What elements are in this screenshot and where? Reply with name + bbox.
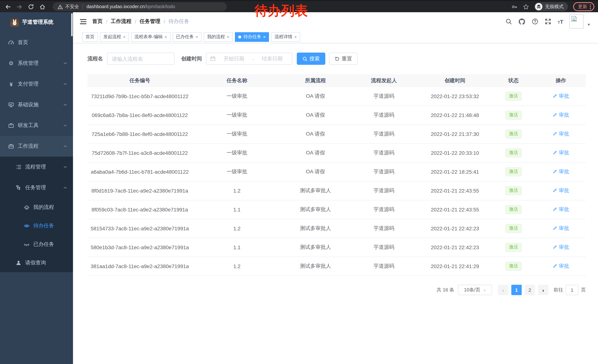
approve-link[interactable]: 审批 [552, 150, 569, 156]
tab-start-process[interactable]: 发起流程 × [100, 32, 129, 42]
bookmark-star-icon[interactable] [523, 4, 529, 10]
sidebar-item-process-mgmt[interactable]: 流程管理 [0, 157, 73, 177]
avatar-dropdown-caret-icon[interactable]: ▾ [588, 22, 590, 27]
browser-home-icon[interactable] [39, 3, 46, 10]
next-page-button[interactable]: › [538, 285, 548, 295]
browser-forward-icon[interactable] [16, 3, 23, 10]
sidebar-item-home[interactable]: 首页 [0, 32, 73, 53]
incognito-badge: 无痕模式 [534, 2, 568, 11]
sidebar-scrollbar[interactable] [71, 13, 73, 36]
screenshot-root: 不安全 dashboard.yudao.iocoder.cn/bpm/task/… [0, 0, 598, 364]
goto-unit-label: 页 [581, 287, 586, 293]
not-secure-warning-icon[interactable] [58, 4, 63, 9]
close-icon[interactable]: × [196, 35, 198, 39]
table-row: 069c6a63-7b8a-11ec-8ef0-acde48001122 一级审… [87, 106, 586, 125]
breadcrumb-workflow[interactable]: 工作流程 [111, 18, 132, 25]
table-row: 580e1b3d-7ac8-11ec-a9e2-a2380e71991a 1.1… [87, 238, 586, 257]
approve-link[interactable]: 审批 [552, 93, 569, 100]
close-icon[interactable]: × [294, 35, 297, 39]
chevron-down-icon [63, 103, 67, 107]
search-icon[interactable] [505, 18, 512, 25]
url-path: /bpm/task/todo [145, 4, 175, 9]
table-row: 73211d9d-7b9b-11ec-b5b7-acde48001122 一级审… [87, 87, 586, 106]
status-badge: 激活 [505, 205, 522, 214]
font-size-icon[interactable]: TT [558, 18, 563, 25]
col-header-task-name: 任务名称 [192, 77, 282, 84]
table-row: 8f059c03-7ac8-11ec-a9e2-a2380e71991a 1.1… [87, 200, 586, 219]
app-logo-row[interactable]: 芋道管理系统 [0, 12, 73, 32]
sidebar-item-done-tasks[interactable]: 已办任务 [0, 235, 73, 254]
incognito-label: 无痕模式 [545, 4, 564, 10]
approve-link[interactable]: 审批 [552, 206, 569, 213]
close-icon[interactable]: × [123, 35, 126, 39]
col-header-status: 状态 [491, 77, 536, 84]
close-icon[interactable]: × [227, 35, 229, 39]
sidebar-item-leave-query[interactable]: 请假查询 [0, 254, 73, 272]
sidebar-item-label: 系统管理 [18, 60, 39, 67]
address-bar[interactable]: 不安全 dashboard.yudao.iocoder.cn/bpm/task/… [53, 2, 227, 11]
approve-link[interactable]: 审批 [552, 169, 569, 175]
toolbox-icon [8, 122, 14, 129]
tab-form-edit[interactable]: 流程表单-编辑 × [131, 32, 170, 42]
goto-label: 前往 [554, 287, 563, 293]
sidebar-item-task-mgmt[interactable]: 任务管理 [0, 177, 73, 198]
chevron-down-icon [63, 82, 67, 86]
page-size-select[interactable]: 10条/页 ∨ [458, 285, 492, 295]
close-icon[interactable]: × [165, 35, 167, 39]
status-badge: 激活 [505, 129, 522, 138]
status-badge: 激活 [505, 111, 522, 119]
overlay-annotation: 待办列表 [255, 4, 308, 17]
close-icon[interactable]: × [263, 35, 266, 39]
approve-link[interactable]: 审批 [552, 225, 569, 232]
gear-icon: ⚙ [8, 60, 14, 66]
breadcrumb-home[interactable]: 首页 [92, 18, 103, 25]
password-key-icon[interactable] [511, 4, 518, 10]
col-header-action: 操作 [536, 77, 586, 84]
sidebar-item-pay[interactable]: ¥ 支付管理 [0, 74, 73, 94]
reset-button[interactable]: 重置 [329, 53, 357, 65]
sidebar-item-label: 请假查询 [25, 259, 46, 266]
sidebar-item-system[interactable]: ⚙ 系统管理 [0, 53, 73, 74]
top-navbar: 首页 / 工作流程 / 任务管理 / 待办任务 [73, 12, 598, 31]
page-button-2[interactable]: 2 [525, 285, 535, 295]
yen-icon: ¥ [8, 81, 14, 87]
help-icon[interactable] [532, 18, 538, 25]
update-button[interactable]: 更新 [573, 2, 594, 11]
prev-page-button[interactable]: ‹ [498, 285, 508, 295]
tab-process-detail[interactable]: 流程详情 × [271, 32, 300, 42]
chevron-down-icon [63, 165, 67, 169]
sidebar-item-workflow[interactable]: 工作流程 [0, 136, 73, 157]
search-button[interactable]: 搜索 [297, 53, 325, 65]
breadcrumb-task-mgmt[interactable]: 任务管理 [140, 18, 160, 25]
sidebar-collapse-icon[interactable] [80, 18, 87, 25]
sidebar-item-devtools[interactable]: 研发工具 [0, 115, 73, 136]
browser-reload-icon[interactable] [27, 3, 34, 10]
breadcrumb: 首页 / 工作流程 / 任务管理 / 待办任务 [92, 18, 189, 25]
goto-page-input[interactable] [566, 285, 578, 295]
page-button-1[interactable]: 1 [511, 285, 522, 295]
tab-my-process[interactable]: 我的流程 × [204, 32, 233, 42]
browser-back-icon[interactable] [4, 3, 11, 10]
sidebar-item-my-process[interactable]: 我的流程 [0, 198, 73, 217]
approve-link[interactable]: 审批 [552, 131, 569, 138]
github-icon[interactable] [518, 18, 525, 25]
sidebar-menu: 首页 ⚙ 系统管理 ¥ 支付管理 基础设施 [0, 32, 73, 272]
sidebar-item-infra[interactable]: 基础设施 [0, 94, 73, 115]
sidebar-item-todo-tasks[interactable]: 待办任务 [0, 217, 73, 235]
tab-todo-tasks[interactable]: 待办任务 × [235, 32, 269, 42]
app-title: 芋道管理系统 [22, 19, 53, 25]
chevron-down-icon [63, 123, 67, 128]
approve-link[interactable]: 审批 [552, 263, 569, 270]
fullscreen-icon[interactable] [545, 18, 551, 25]
tab-done-tasks[interactable]: 已办任务 × [173, 32, 201, 42]
approve-link[interactable]: 审批 [552, 244, 569, 251]
date-range-picker[interactable]: 开始日期 - 结束日期 [206, 53, 292, 65]
chrome-menu-icon[interactable] [590, 4, 591, 9]
approve-link[interactable]: 审批 [552, 112, 569, 119]
process-name-input[interactable] [107, 53, 174, 65]
tab-home[interactable]: 首页 [82, 32, 98, 42]
avatar[interactable] [570, 15, 584, 29]
sidebar-item-label: 流程管理 [25, 164, 46, 170]
briefcase-icon [8, 143, 14, 149]
approve-link[interactable]: 审批 [552, 187, 569, 194]
